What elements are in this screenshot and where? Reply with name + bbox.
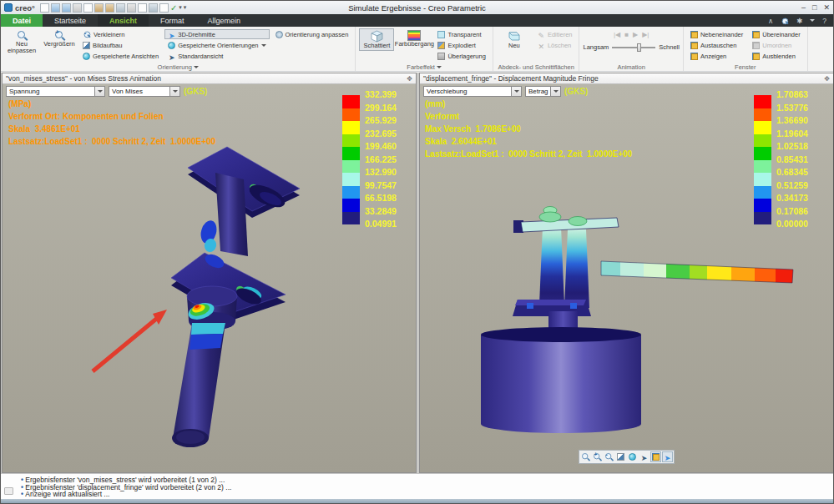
ribbon-group-fenster: Nebeneinander Austauschen Anzeigen Übere…	[684, 27, 808, 71]
loeschen-button[interactable]: ✕ Löschen	[534, 40, 576, 50]
dropdown-caret-button[interactable]	[94, 87, 104, 96]
window-icon[interactable]	[116, 3, 125, 13]
anzeigen-button[interactable]: Anzeigen	[687, 51, 746, 61]
drehmitte-button[interactable]: ➤ 3D-Drehmitte	[164, 29, 269, 39]
maximize-button[interactable]: □	[812, 3, 816, 12]
reorient-icon	[275, 31, 283, 38]
save-as-icon[interactable]	[62, 3, 71, 13]
group-label-text: Farbeffekt	[407, 63, 435, 71]
speed-slider[interactable]	[612, 47, 655, 48]
austauschen-button[interactable]: Austauschen	[687, 40, 746, 50]
bildaufbau-button[interactable]: Bildaufbau	[79, 40, 162, 50]
left-viewport[interactable]: Spannung Von Mises (GKS) (MPa)Verformt O…	[3, 84, 416, 472]
editieren-button[interactable]: ✎ Editieren	[534, 29, 576, 39]
play-first-icon[interactable]: |◀	[614, 31, 620, 38]
saved-views-button[interactable]	[627, 451, 638, 462]
status-checkbox[interactable]	[4, 487, 13, 495]
transparent-button[interactable]: Transparent	[434, 29, 488, 39]
stop-icon[interactable]: ■	[624, 31, 629, 38]
transparent-label: Transparent	[447, 31, 481, 38]
group-label-orientierung[interactable]: Orientierung	[1, 63, 355, 71]
explodiert-button[interactable]: Explodiert	[434, 40, 488, 50]
result-component-dropdown[interactable]: Von Mises	[109, 86, 180, 97]
validate-check-icon[interactable]: ✓	[170, 3, 177, 13]
zoom-in-icon: +	[54, 30, 65, 41]
fit-button[interactable]	[580, 451, 591, 462]
speed-slider-thumb[interactable]	[637, 43, 641, 52]
delete-icon: ✕	[538, 42, 545, 49]
stacked-icon	[752, 31, 760, 38]
qat-customize-icon[interactable]: ▾	[184, 4, 187, 11]
ueberlagerung-button[interactable]: Überlagerung	[434, 51, 488, 61]
zoom-out-button[interactable]: -	[604, 451, 614, 462]
display-mode-button[interactable]	[650, 451, 661, 462]
close-button[interactable]: ✕	[823, 3, 830, 12]
model-player-back-icon[interactable]	[94, 3, 104, 13]
save-icon[interactable]	[51, 3, 60, 13]
model-player-forward-icon[interactable]	[105, 3, 114, 13]
spin-center-button[interactable]: ➤	[662, 451, 673, 462]
result-quantity-dropdown[interactable]: Verschiebung	[423, 86, 522, 97]
right-viewport[interactable]: Verschiebung Betrag (GKS) (mm)VerformtMa…	[420, 84, 833, 472]
validate-caret-icon[interactable]: ▾	[179, 4, 182, 11]
neu-einpassen-button[interactable]: Neu einpassen	[4, 28, 39, 57]
vergroessern-button[interactable]: + Vergrößern	[42, 28, 77, 49]
settings-icon[interactable]: ✱	[796, 17, 802, 25]
umordnen-button[interactable]: Umordnen	[749, 40, 803, 50]
pane-expand-icon[interactable]: ✥	[407, 75, 412, 83]
neu-schnittflaeche-button[interactable]: Neu	[497, 28, 532, 51]
austauschen-label: Austauschen	[700, 42, 736, 49]
left-pane-titlebar[interactable]: "von_mises_stress" - von Mises Stress An…	[3, 73, 416, 84]
result-component-dropdown[interactable]: Betrag	[525, 86, 561, 97]
right-pane-titlebar[interactable]: "displacement_fringe" - Displacement Mag…	[420, 73, 833, 84]
legend-value: 299.164	[365, 102, 397, 115]
legend-value: 66.5198	[365, 192, 397, 205]
dropdown-caret-button[interactable]	[169, 87, 179, 96]
tab-allgemein[interactable]: Allgemein	[196, 14, 253, 27]
verkleinern-button[interactable]: - Verkleinern	[79, 29, 162, 39]
standardansicht-button[interactable]: ➤ Standardansicht	[164, 51, 269, 61]
minimize-button[interactable]: –	[801, 3, 806, 12]
annotation-icon[interactable]	[83, 3, 93, 13]
tab-ansicht[interactable]: Ansicht	[98, 14, 149, 27]
legend-swatch	[754, 173, 771, 186]
search-icon[interactable]	[781, 17, 789, 24]
close-window-icon[interactable]	[73, 3, 82, 13]
regenerate-icon[interactable]	[149, 3, 158, 13]
nebeneinander-button[interactable]: Nebeneinander	[687, 29, 746, 39]
farbuebergang-button[interactable]: Farbübergang	[397, 28, 432, 49]
pane-expand-icon[interactable]: ✥	[824, 75, 830, 83]
play-icon[interactable]: ▶	[633, 31, 638, 38]
play-last-icon[interactable]: ▶|	[642, 31, 649, 38]
uebereinander-button[interactable]: Übereinander	[749, 29, 803, 39]
tab-startseite[interactable]: Startseite	[43, 14, 98, 27]
legend-swatch	[342, 160, 360, 174]
gespeicherte-ansichten-button[interactable]: Gespeicherte Ansichten	[79, 51, 162, 61]
new-file-icon[interactable]	[40, 3, 49, 13]
repaint-button[interactable]	[615, 451, 626, 462]
more-caret-icon[interactable]	[810, 19, 815, 22]
help-icon[interactable]: ?	[822, 17, 826, 25]
zoom-in-button[interactable]: +	[592, 451, 603, 462]
legend-swatch	[754, 95, 771, 108]
ausblenden-button[interactable]: Ausblenden	[749, 51, 803, 61]
dropdown-caret-button[interactable]	[511, 87, 521, 96]
gespeicherte-orientierungen-button[interactable]: Gespeicherte Orientierungen	[164, 40, 269, 50]
orientierung-anpassen-button[interactable]: Orientierung anpassen	[272, 29, 352, 39]
repaint-icon[interactable]	[138, 3, 147, 13]
collapse-ribbon-icon[interactable]: ∧	[768, 17, 773, 25]
tab-format[interactable]: Format	[149, 14, 196, 27]
notes-icon[interactable]	[159, 3, 169, 13]
edit-icon: ✎	[538, 31, 545, 38]
standard-view-icon: ➤	[640, 453, 648, 461]
creo-parametric-window: creo° ✓ ▾ ▾ Simulate Ergebnisse - Creo P…	[0, 0, 834, 504]
result-quantity-dropdown[interactable]: Spannung	[6, 86, 105, 97]
ribbon-tab-bar: Datei Startseite Ansicht Format Allgemei…	[1, 14, 833, 27]
dropdown-caret-button[interactable]	[550, 87, 560, 96]
tab-datei[interactable]: Datei	[1, 14, 43, 27]
standard-view-button[interactable]: ➤	[639, 451, 650, 462]
schattiert-button[interactable]: Schattiert	[359, 28, 394, 51]
print-icon[interactable]	[127, 3, 136, 13]
titlebar: creo° ✓ ▾ ▾ Simulate Ergebnisse - Creo P…	[1, 1, 833, 14]
group-label-farbeffekt[interactable]: Farbeffekt	[356, 63, 492, 71]
